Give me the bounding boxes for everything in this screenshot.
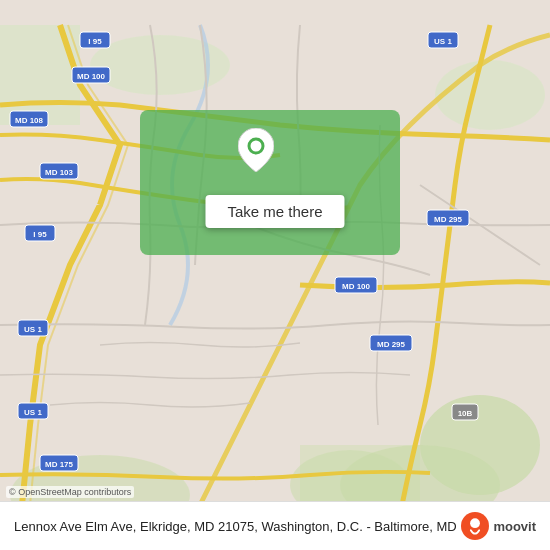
address-line1: Lennox Ave Elm Ave, Elkridge, MD 21075, (14, 519, 258, 534)
svg-text:US 1: US 1 (24, 408, 42, 417)
svg-point-5 (435, 60, 545, 130)
moovit-text: moovit (493, 519, 536, 534)
svg-text:US 1: US 1 (434, 37, 452, 46)
location-info: Lennox Ave Elm Ave, Elkridge, MD 21075, … (14, 519, 461, 534)
svg-text:MD 295: MD 295 (377, 340, 406, 349)
svg-text:MD 175: MD 175 (45, 460, 74, 469)
svg-text:MD 108: MD 108 (15, 116, 44, 125)
svg-text:US 1: US 1 (24, 325, 42, 334)
take-me-there-button[interactable]: Take me there (205, 195, 344, 228)
moovit-logo: moovit (461, 512, 536, 540)
svg-point-37 (470, 518, 480, 528)
svg-text:MD 295: MD 295 (434, 215, 463, 224)
svg-text:I 95: I 95 (33, 230, 47, 239)
svg-text:MD 100: MD 100 (342, 282, 371, 291)
info-panel: Lennox Ave Elm Ave, Elkridge, MD 21075, … (0, 501, 550, 550)
osm-attribution: © OpenStreetMap contributors (6, 486, 134, 498)
map-container: I 95 US 1 MD 100 MD 108 MD 103 I 95 US 1… (0, 0, 550, 550)
svg-text:MD 100: MD 100 (77, 72, 106, 81)
svg-text:10B: 10B (458, 409, 473, 418)
svg-text:MD 103: MD 103 (45, 168, 74, 177)
moovit-logo-icon (461, 512, 489, 540)
address-line2: Washington, D.C. - Baltimore, MD (261, 519, 456, 534)
map-pin (238, 128, 274, 172)
map-svg: I 95 US 1 MD 100 MD 108 MD 103 I 95 US 1… (0, 0, 550, 550)
svg-text:I 95: I 95 (88, 37, 102, 46)
